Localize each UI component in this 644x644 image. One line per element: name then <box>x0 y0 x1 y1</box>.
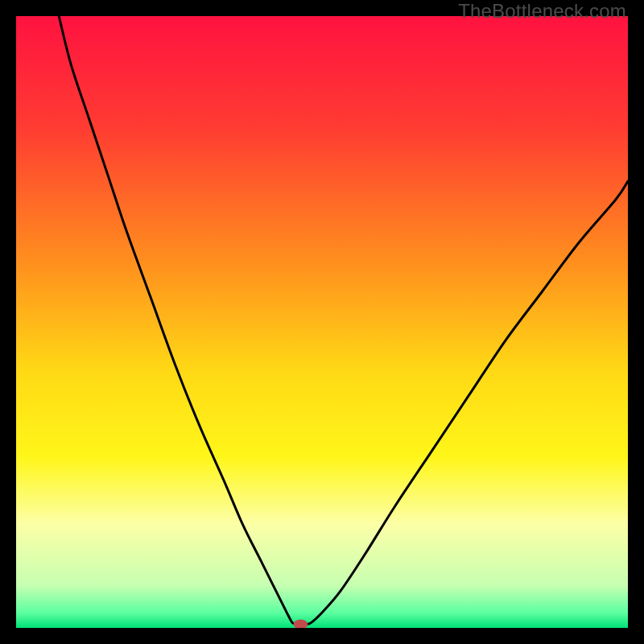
chart-background <box>16 16 628 628</box>
watermark-text: TheBottleneck.com <box>458 0 626 23</box>
chart-svg <box>16 16 628 628</box>
chart-frame <box>16 16 628 628</box>
